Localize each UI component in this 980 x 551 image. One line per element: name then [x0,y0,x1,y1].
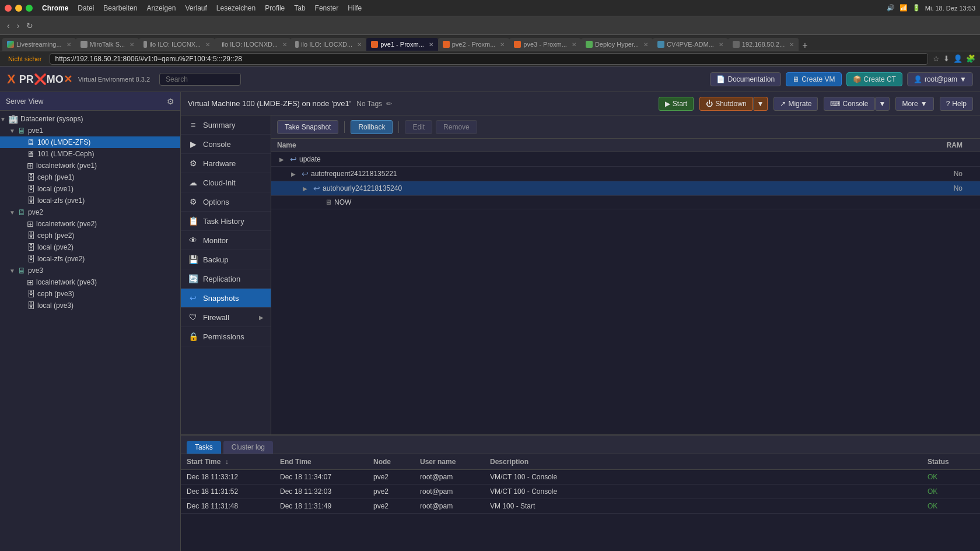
tab-livestreaming[interactable]: Livestreaming... ✕ [2,38,76,51]
global-search-input[interactable] [159,73,241,86]
nav-item-summary[interactable]: ≡ Summary [181,115,271,135]
nav-item-cloudinit[interactable]: ☁ Cloud-Init [181,173,271,192]
tab-close-pve3[interactable]: ✕ [572,41,576,48]
task-row-2[interactable]: Dec 18 11:31:52 Dec 18 11:32:03 pve2 roo… [181,485,980,499]
edit-tags-icon[interactable]: ✏ [386,100,392,108]
tree-item-localzfs-pve2[interactable]: 🗄 local-zfs (pve2) [0,253,180,265]
sidebar-settings-icon[interactable]: ⚙ [167,97,174,106]
snapshot-row-now[interactable]: ▶ 🖥 NOW [271,196,980,209]
tree-item-datacenter[interactable]: ▼ 🏢 Datacenter (sysops) [0,113,180,125]
tree-item-local-pve2[interactable]: 🗄 local (pve2) [0,241,180,253]
shutdown-button[interactable]: ⏻ Shutdown [699,97,752,111]
nav-item-backup[interactable]: 💾 Backup [181,250,271,269]
tab-close-pve2[interactable]: ✕ [500,41,505,48]
edit-snapshot-button[interactable]: Edit [405,120,432,134]
console-dropdown[interactable]: ▼ [875,97,890,111]
snapshot-row-autohourly[interactable]: ▶ ↩ autohourly241218135240 No [271,181,980,196]
tab-close-livestreaming[interactable]: ✕ [66,41,71,48]
refresh-button[interactable]: ↻ [24,20,36,31]
user-menu-button[interactable]: 👤 root@pam ▼ [907,72,973,86]
tree-item-ceph-pve2[interactable]: 🗄 ceph (pve2) [0,230,180,241]
tab-close-ip[interactable]: ✕ [789,41,794,48]
mac-close-button[interactable] [5,5,12,12]
new-tab-button[interactable]: + [799,40,811,51]
nav-item-taskhistory[interactable]: 📋 Task History [181,212,271,231]
tab-ilo3[interactable]: ilo ILO: ILOCXD... ✕ [290,38,366,51]
user-profile-icon[interactable]: 👤 [953,54,963,63]
remove-snapshot-button[interactable]: Remove [436,120,477,134]
security-indicator[interactable]: Nicht sicher [5,54,45,64]
tree-item-pve2[interactable]: ▼ 🖥 pve2 [0,206,180,218]
tab-close-deploy[interactable]: ✕ [643,41,648,48]
nav-item-snapshots[interactable]: ↩ Snapshots [181,289,271,308]
snapshot-row-update[interactable]: ▶ ↩ update [271,152,980,167]
create-vm-button[interactable]: 🖥 Create VM [786,72,841,86]
console-button[interactable]: ⌨ Console [824,97,874,111]
tree-item-localnetwork-pve3[interactable]: ⊞ localnetwork (pve3) [0,276,180,288]
tab-pve3[interactable]: pve3 - Proxm... ✕ [509,38,581,51]
mac-minimize-button[interactable] [15,5,22,12]
tree-item-vm101[interactable]: 🖥 101 (LMDE-Ceph) [0,148,180,160]
tree-item-local-pve3[interactable]: 🗄 local (pve3) [0,300,180,311]
tab-close-cv4[interactable]: ✕ [719,41,723,48]
documentation-button[interactable]: 📄 Documentation [710,72,781,86]
migrate-button[interactable]: ↗ Migrate [774,97,818,111]
menu-anzeigen[interactable]: Anzeigen [146,4,176,12]
back-button[interactable]: ‹ [5,20,12,31]
tab-close-ilo3[interactable]: ✕ [357,41,362,48]
menu-hilfe[interactable]: Hilfe [348,4,362,12]
nav-item-firewall[interactable]: 🛡 Firewall ▶ [181,308,271,327]
menu-fenster[interactable]: Fenster [315,4,339,12]
nav-item-hardware[interactable]: ⚙ Hardware [181,154,271,173]
tab-ilo2[interactable]: ilo ILO: ILOCNXD... ✕ [215,38,290,51]
start-button[interactable]: ▶ Start [659,97,694,111]
tab-close-pve1[interactable]: ✕ [429,41,433,48]
task-row-1[interactable]: Dec 18 11:33:12 Dec 18 11:34:07 pve2 roo… [181,470,980,485]
tab-close-ilo1[interactable]: ✕ [205,41,210,48]
tab-pve2[interactable]: pve2 - Proxm... ✕ [438,38,510,51]
nav-item-replication[interactable]: 🔄 Replication [181,269,271,289]
menu-datei[interactable]: Datei [78,4,94,12]
tab-mirotalk[interactable]: MiroTalk S... ✕ [76,38,139,51]
tree-item-ceph-pve1[interactable]: 🗄 ceph (pve1) [0,171,180,183]
download-icon[interactable]: ⬇ [943,54,950,63]
menu-bearbeiten[interactable]: Bearbeiten [103,4,137,12]
take-snapshot-button[interactable]: Take Snapshot [277,120,338,134]
tab-clusterlog[interactable]: Cluster log [223,441,273,454]
shutdown-dropdown[interactable]: ▼ [753,97,768,111]
tree-item-local-pve1[interactable]: 🗄 local (pve1) [0,183,180,195]
tab-close-mirotalk[interactable]: ✕ [130,41,134,48]
nav-item-permissions[interactable]: 🔒 Permissions [181,327,271,346]
nav-item-console[interactable]: ▶ Console [181,135,271,154]
tree-item-pve3[interactable]: ▼ 🖥 pve3 [0,265,180,276]
menu-chrome[interactable]: Chrome [42,4,68,12]
rollback-button[interactable]: Rollback [351,120,393,134]
bookmark-icon[interactable]: ☆ [933,54,940,63]
nav-item-options[interactable]: ⚙ Options [181,192,271,212]
tab-ip[interactable]: 192.168.50.2... ✕ [728,38,799,51]
url-input[interactable] [50,53,928,65]
mac-maximize-button[interactable] [26,5,33,12]
tree-item-pve1[interactable]: ▼ 🖥 pve1 [0,125,180,136]
tab-close-ilo2[interactable]: ✕ [282,41,287,48]
snapshot-row-autofrequent[interactable]: ▶ ↩ autofrequent241218135221 No [271,167,980,181]
menu-lesezeichen[interactable]: Lesezeichen [216,4,256,12]
tab-ilo1[interactable]: ilo ILO: ILOCNX... ✕ [139,38,215,51]
extensions-icon[interactable]: 🧩 [966,54,975,63]
tab-deploy[interactable]: Deploy Hyper... ✕ [581,38,653,51]
tree-item-localnetwork-pve2[interactable]: ⊞ localnetwork (pve2) [0,218,180,230]
nav-item-monitor[interactable]: 👁 Monitor [181,231,271,250]
create-ct-button[interactable]: 📦 Create CT [846,72,902,86]
help-button[interactable]: ? Help [940,97,973,111]
tab-pve1[interactable]: pve1 - Proxm... ✕ [366,38,438,51]
forward-button[interactable]: › [15,20,22,31]
tab-tasks[interactable]: Tasks [187,441,221,454]
menu-profile[interactable]: Profile [265,4,285,12]
tab-cv4[interactable]: CV4PVE-ADM... ✕ [653,38,728,51]
menu-tab[interactable]: Tab [294,4,305,12]
tree-item-vm100[interactable]: 🖥 100 (LMDE-ZFS) [0,136,180,148]
more-button[interactable]: More ▼ [895,97,933,111]
tree-item-localnetwork-pve1[interactable]: ⊞ localnetwork (pve1) [0,160,180,171]
menu-verlauf[interactable]: Verlauf [185,4,206,12]
tree-item-ceph-pve3[interactable]: 🗄 ceph (pve3) [0,288,180,300]
